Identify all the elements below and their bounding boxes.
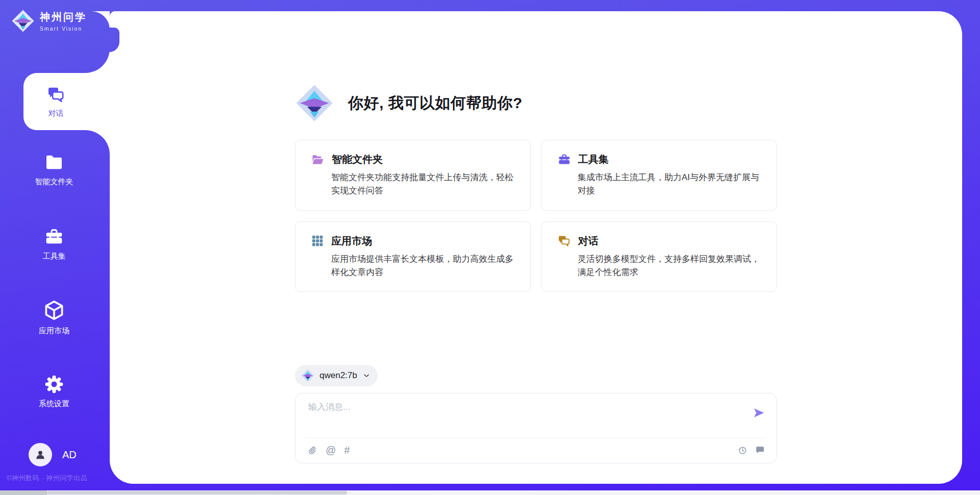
brand-name: 神州问学 <box>40 10 87 24</box>
chevron-down-icon <box>362 372 371 380</box>
tab-fillet-bottom <box>85 130 110 155</box>
tab-fillet-top <box>85 48 110 73</box>
send-button[interactable] <box>753 407 765 419</box>
card-app-market[interactable]: 应用市场 应用市场提供丰富长文本模板，助力高效生成多样化文章内容 <box>295 221 531 292</box>
app-window: 神州问学 Smart Vision 对话 智能文件夹 <box>0 0 980 495</box>
chat-bubble-icon[interactable] <box>755 445 765 455</box>
folder-icon <box>43 152 65 172</box>
card-description: 智能文件夹功能支持批量文件上传与清洗，轻松实现文件问答 <box>331 171 518 198</box>
mention-icon[interactable]: @ <box>326 445 336 455</box>
sidebar-item-label: 应用市场 <box>39 326 69 336</box>
folder-open-icon <box>311 153 325 166</box>
gear-icon <box>44 374 64 394</box>
card-title: 对话 <box>578 234 599 248</box>
brand-subtitle: Smart Vision <box>40 26 87 32</box>
toolbox-icon <box>557 153 571 166</box>
greeting-row: 你好, 我可以如何帮助你? <box>295 84 777 122</box>
model-name: qwen2:7b <box>320 370 357 381</box>
user-name: AD <box>62 449 77 461</box>
message-composer: @ # <box>295 393 777 463</box>
cube-icon <box>42 299 66 321</box>
grid-icon <box>311 234 324 247</box>
send-icon <box>753 407 765 419</box>
attachment-icon[interactable] <box>307 445 317 456</box>
card-title: 工具集 <box>578 153 609 166</box>
horizontal-scrollbar <box>0 490 980 495</box>
scrollbar-thumb[interactable] <box>47 491 347 494</box>
sidebar-item-smart-folder[interactable]: 智能文件夹 <box>0 152 108 187</box>
greeting-text: 你好, 我可以如何帮助你? <box>348 93 523 114</box>
model-diamond-icon <box>301 369 314 382</box>
sidebar-item-label: 对话 <box>48 109 64 118</box>
composer-area: qwen2:7b <box>295 365 777 463</box>
chat-icon <box>557 234 571 248</box>
card-description: 灵活切换多模型文件，支持多样回复效果调试，满足个性化需求 <box>578 253 765 280</box>
card-description: 应用市场提供丰富长文本模板，助力高效生成多样化文章内容 <box>331 253 518 280</box>
main-panel: 你好, 我可以如何帮助你? 智能文件夹 智能文件夹功能支持批量文件上传与清洗，轻… <box>110 11 962 484</box>
sidebar-item-label: 工具集 <box>43 252 66 261</box>
avatar <box>29 443 52 466</box>
model-selector[interactable]: qwen2:7b <box>295 365 378 386</box>
brand-diamond-icon <box>11 9 35 33</box>
copyright-text: ©神州数码 · 神州问学出品 <box>7 474 87 483</box>
chat-icon <box>46 85 66 105</box>
sidebar-item-label: 智能文件夹 <box>35 177 74 187</box>
person-icon <box>34 448 47 461</box>
feature-cards: 智能文件夹 智能文件夹功能支持批量文件上传与清洗，轻松实现文件问答 <box>295 140 777 292</box>
user-account[interactable]: AD <box>29 443 77 466</box>
brand-logo: 神州问学 Smart Vision <box>11 9 87 33</box>
assistant-diamond-icon <box>295 84 334 122</box>
sidebar-item-app-market[interactable]: 应用市场 <box>0 299 108 336</box>
card-toolset[interactable]: 工具集 集成市场上主流工具，助力AI与外界无缝扩展与对接 <box>542 140 777 211</box>
card-title: 智能文件夹 <box>332 153 383 166</box>
hashtag-icon[interactable]: # <box>344 445 350 455</box>
sidebar-item-toolset[interactable]: 工具集 <box>0 227 108 261</box>
composer-toolbar: @ # <box>307 443 765 457</box>
card-description: 集成市场上主流工具，助力AI与外界无缝扩展与对接 <box>578 171 765 198</box>
scrollbar-corner <box>0 490 47 495</box>
card-title: 应用市场 <box>331 234 372 248</box>
toolbox-icon <box>43 227 65 247</box>
sidebar-item-chat[interactable]: 对话 <box>23 73 111 130</box>
sidebar-item-label: 系统设置 <box>39 399 69 409</box>
card-smart-folder[interactable]: 智能文件夹 智能文件夹功能支持批量文件上传与清洗，轻松实现文件问答 <box>295 140 531 211</box>
card-chat[interactable]: 对话 灵活切换多模型文件，支持多样回复效果调试，满足个性化需求 <box>542 221 777 292</box>
sidebar-item-settings[interactable]: 系统设置 <box>0 374 108 409</box>
composer-divider <box>306 438 766 438</box>
message-input[interactable] <box>307 402 741 413</box>
history-icon[interactable] <box>737 445 748 456</box>
panel-shoulder-curve <box>85 11 110 30</box>
